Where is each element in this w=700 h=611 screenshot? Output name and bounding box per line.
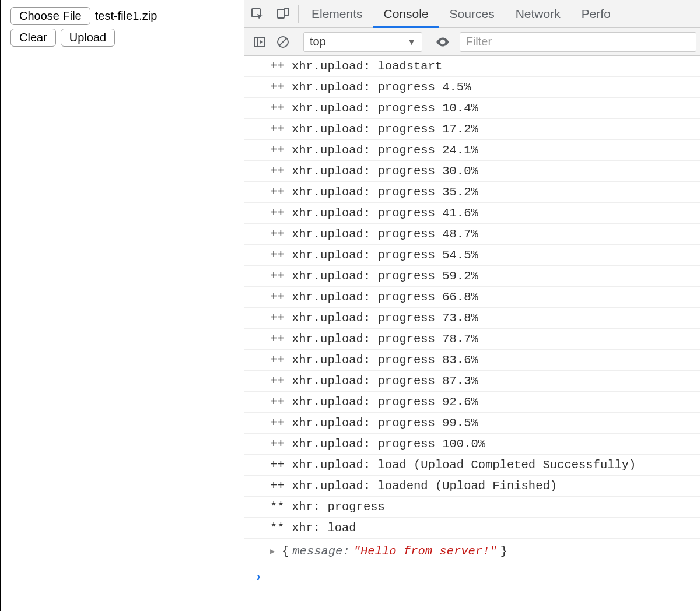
- console-log-row[interactable]: ++ xhr.upload: progress 41.6%: [244, 203, 700, 224]
- context-label: top: [310, 35, 326, 48]
- svg-rect-1: [278, 9, 284, 18]
- console-log-row[interactable]: ++ xhr.upload: progress 48.7%: [244, 224, 700, 245]
- clear-button[interactable]: Clear: [10, 29, 56, 47]
- svg-line-6: [279, 38, 286, 45]
- console-log-row[interactable]: ++ xhr.upload: progress 30.0%: [244, 161, 700, 182]
- tab-elements[interactable]: Elements: [301, 0, 373, 27]
- console-log-row[interactable]: ++ xhr.upload: loadstart: [244, 56, 700, 77]
- svg-rect-2: [285, 8, 289, 15]
- clear-console-icon[interactable]: [271, 35, 295, 49]
- console-log-row[interactable]: ++ xhr.upload: progress 10.4%: [244, 98, 700, 119]
- console-toolbar: top ▼: [244, 28, 700, 56]
- device-toolbar-icon[interactable]: [270, 0, 296, 27]
- console-log-area[interactable]: ++ xhr.upload: loadstart++ xhr.upload: p…: [244, 56, 700, 611]
- console-log-row[interactable]: ++ xhr.upload: load (Upload Completed Su…: [244, 455, 700, 476]
- execution-context-select[interactable]: top ▼: [303, 32, 422, 52]
- console-prompt[interactable]: ›: [244, 564, 700, 589]
- separator: [298, 5, 299, 23]
- svg-point-7: [442, 40, 444, 43]
- console-log-row[interactable]: ++ xhr.upload: progress 4.5%: [244, 77, 700, 98]
- svg-rect-3: [254, 37, 265, 47]
- console-log-row[interactable]: ++ xhr.upload: progress 54.5%: [244, 245, 700, 266]
- chevron-down-icon: ▼: [408, 37, 416, 47]
- choose-file-button[interactable]: Choose File: [10, 7, 90, 25]
- console-log-row[interactable]: ++ xhr.upload: progress 92.6%: [244, 392, 700, 413]
- object-value: "Hello from server!": [354, 545, 497, 558]
- live-expression-icon[interactable]: [431, 34, 454, 50]
- sidebar-toggle-icon[interactable]: [248, 35, 271, 49]
- page-content: Choose File test-file1.zip Clear Upload: [0, 0, 244, 611]
- console-log-row[interactable]: ++ xhr.upload: progress 78.7%: [244, 329, 700, 350]
- console-object-log[interactable]: ▶ { message: "Hello from server!" }: [244, 539, 700, 564]
- console-log-row[interactable]: ** xhr: load: [244, 518, 700, 539]
- tab-network[interactable]: Network: [505, 0, 571, 27]
- console-log-row[interactable]: ++ xhr.upload: progress 73.8%: [244, 308, 700, 329]
- console-log-row[interactable]: ** xhr: progress: [244, 497, 700, 518]
- console-log-row[interactable]: ++ xhr.upload: progress 87.3%: [244, 371, 700, 392]
- devtools-tabs: Elements Console Sources Network Perfo: [244, 0, 700, 28]
- devtools-panel: Elements Console Sources Network Perfo t…: [244, 0, 700, 611]
- console-log-row[interactable]: ++ xhr.upload: loadend (Upload Finished): [244, 476, 700, 497]
- disclosure-triangle-icon[interactable]: ▶: [270, 546, 278, 556]
- console-log-row[interactable]: ++ xhr.upload: progress 17.2%: [244, 119, 700, 140]
- object-key: message:: [292, 545, 349, 558]
- console-log-row[interactable]: ++ xhr.upload: progress 99.5%: [244, 413, 700, 434]
- console-log-row[interactable]: ++ xhr.upload: progress 24.1%: [244, 140, 700, 161]
- console-log-row[interactable]: ++ xhr.upload: progress 35.2%: [244, 182, 700, 203]
- console-log-row[interactable]: ++ xhr.upload: progress 83.6%: [244, 350, 700, 371]
- selected-filename: test-file1.zip: [95, 9, 158, 23]
- inspect-element-icon[interactable]: [244, 0, 270, 27]
- filter-input[interactable]: [460, 32, 696, 52]
- tab-performance[interactable]: Perfo: [571, 0, 621, 27]
- tab-sources[interactable]: Sources: [439, 0, 505, 27]
- upload-button[interactable]: Upload: [61, 29, 115, 47]
- console-log-row[interactable]: ++ xhr.upload: progress 66.8%: [244, 287, 700, 308]
- console-log-row[interactable]: ++ xhr.upload: progress 100.0%: [244, 434, 700, 455]
- tab-console[interactable]: Console: [373, 0, 439, 27]
- console-log-row[interactable]: ++ xhr.upload: progress 59.2%: [244, 266, 700, 287]
